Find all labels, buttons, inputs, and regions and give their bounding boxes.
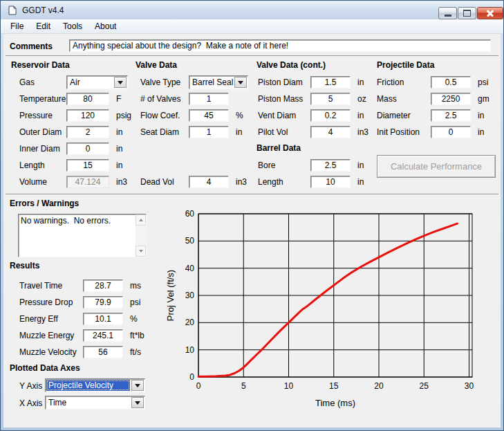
x-tick-label: 30 (465, 381, 474, 391)
maximize-icon (463, 10, 471, 17)
errors-warnings-header: Errors / Warnings (10, 199, 79, 208)
unit-label: in3 (357, 127, 368, 137)
errors-warnings-box[interactable]: No warnings. No errors. (18, 214, 147, 257)
window-title: GGDT v4.4 (22, 6, 64, 15)
reservoir-inner-diam-input[interactable]: 0 (66, 143, 109, 155)
reservoir-pressure-label: Pressure (19, 111, 66, 120)
projectile-diameter-input[interactable]: 2.5 (431, 109, 471, 122)
x-axis-dropdown-button[interactable] (131, 397, 144, 408)
scrollbar[interactable] (136, 214, 146, 257)
scroll-up-button[interactable] (136, 214, 146, 226)
reservoir-gas-select[interactable]: Air (66, 75, 128, 89)
titlebar[interactable]: GGDT v4.4 (1, 1, 503, 19)
projectile-friction-input[interactable]: 0.5 (431, 76, 471, 89)
valve-cont-piston-diam-label: Piston Diam (258, 77, 310, 87)
combo-dropdown-button[interactable] (114, 77, 127, 88)
reservoir-temperature-input[interactable]: 80 (66, 93, 109, 105)
y-tick-label: 0 (189, 372, 194, 382)
y-tick-label: 20 (185, 318, 195, 327)
unit-label: ft*lb (130, 331, 144, 340)
unit-label: % (130, 314, 138, 324)
reservoir-row-temperature: Temperature80F (19, 91, 121, 107)
reservoir-pressure-input[interactable]: 120 (66, 109, 109, 122)
projectile-init-position-input[interactable]: 0 (431, 126, 471, 138)
projectile-diameter-label: Diameter (377, 111, 431, 120)
y-tick-label: 30 (185, 291, 195, 300)
scroll-down-button[interactable] (136, 246, 146, 257)
projectile-row-init-position: Init Position0in (377, 124, 484, 140)
reservoir-inner-diam-label: Inner Diam (19, 144, 66, 154)
chart-xlabel: Time (ms) (315, 398, 355, 408)
results-travel-time-input[interactable]: 28.7 (83, 279, 123, 292)
results-pressure-drop-input[interactable]: 79.9 (83, 296, 123, 309)
valve-valve-type-select[interactable]: Barrel Seal (189, 75, 248, 89)
combo-dropdown-button[interactable] (234, 77, 247, 88)
valve-cont-piston-diam-input[interactable]: 1.5 (310, 76, 351, 89)
y-axis-dropdown-button[interactable] (131, 380, 144, 391)
unit-label: gm (478, 94, 489, 104)
scroll-up-icon (139, 219, 143, 221)
barrel-bore-input[interactable]: 2.5 (310, 159, 351, 172)
barrel-data-header: Barrel Data (256, 143, 301, 153)
menu-item-file[interactable]: File (4, 20, 30, 33)
velocity-time-chart: 0510152025300102030405060Time (ms)Proj V… (166, 206, 501, 415)
minimize-button[interactable] (438, 7, 457, 19)
projectile-row-diameter: Diameter2.5in (377, 107, 484, 124)
valve-row-valve-type: Valve TypeBarrel Seal (140, 74, 248, 91)
menu-item-about[interactable]: About (88, 20, 122, 33)
valve-cont-row-piston-diam: Piston Diam1.5in (258, 74, 364, 91)
valve-cont-pilot-vol-input[interactable]: 4 (310, 126, 351, 138)
valve-cont-vent-diam-input[interactable]: 0.2 (310, 109, 351, 122)
x-tick-label: 20 (374, 381, 384, 391)
reservoir-length-input[interactable]: 15 (66, 159, 109, 172)
comments-input[interactable]: Anything special about the design? Make … (69, 39, 491, 52)
menu-item-edit[interactable]: Edit (30, 20, 57, 33)
combo-selected-value: Barrel Seal (189, 76, 234, 89)
unit-label: in (357, 161, 364, 170)
results-travel-time-label: Travel Time (19, 281, 83, 291)
valve-dead-vol-input[interactable]: 4 (189, 176, 229, 188)
plotted-data-axes-header: Plotted Data Axes (10, 363, 80, 373)
valve-seat-diam-input[interactable]: 1 (189, 126, 229, 138)
y-tick-label: 40 (185, 264, 195, 273)
results-muzzle-energy-label: Muzzle Energy (19, 331, 83, 340)
reservoir-row-outer-diam: Outer Diam2in (19, 124, 122, 140)
valve-cont-piston-mass-label: Piston Mass (258, 94, 310, 104)
barrel-bore-label: Bore (258, 161, 310, 170)
results-row-energy-eff: Energy Eff10.1% (19, 311, 138, 327)
valve-cont-vent-diam-label: Vent Diam (258, 111, 310, 120)
results-energy-eff-input[interactable]: 10.1 (83, 313, 123, 325)
valve-cont-piston-mass-input[interactable]: 5 (310, 93, 351, 105)
valve-row-flow-coef: Flow Coef.45% (140, 107, 243, 124)
results-row-muzzle-energy: Muzzle Energy245.1ft*lb (19, 327, 144, 344)
projectile-data-header: Projectile Data (377, 60, 434, 70)
projectile-friction-label: Friction (377, 77, 431, 87)
y-axis-select[interactable]: Projectile Velocity (45, 378, 145, 392)
unit-label: in (116, 161, 122, 170)
valve-valve-type-label: Valve Type (140, 77, 189, 87)
close-button[interactable] (477, 7, 503, 19)
reservoir-data-header: Reservoir Data (11, 60, 70, 70)
valve-flow-coef-label: Flow Coef. (140, 111, 189, 120)
results-row-muzzle-velocity: Muzzle Velocity56ft/s (19, 344, 141, 360)
close-icon (486, 10, 494, 17)
maximize-button[interactable] (458, 7, 476, 19)
x-tick-label: 25 (420, 381, 429, 391)
barrel-length-input[interactable]: 10 (310, 176, 351, 188)
y-axis-selected-value: Projectile Velocity (46, 380, 130, 391)
x-axis-select[interactable]: Time (45, 396, 145, 410)
projectile-row-friction: Friction0.5psi (377, 74, 488, 91)
projectile-mass-label: Mass (377, 94, 431, 104)
projectile-mass-input[interactable]: 2250 (431, 93, 471, 105)
valve-data-cont-header: Valve Data (cont.) (256, 60, 326, 70)
reservoir-outer-diam-input[interactable]: 2 (66, 126, 109, 138)
results-muzzle-energy-input[interactable]: 245.1 (83, 329, 123, 342)
valve-flow-coef-input[interactable]: 45 (189, 109, 229, 122)
unit-label: % (236, 111, 243, 120)
unit-label: F (116, 94, 121, 104)
reservoir-temperature-label: Temperature (19, 94, 66, 104)
results-energy-eff-label: Energy Eff (19, 314, 83, 324)
valve-of-valves-input[interactable]: 1 (189, 93, 229, 105)
menu-item-tools[interactable]: Tools (57, 20, 88, 33)
results-muzzle-velocity-input[interactable]: 56 (83, 346, 123, 358)
